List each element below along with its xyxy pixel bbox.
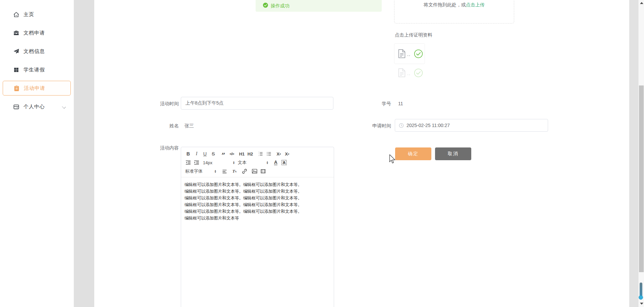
- image-icon[interactable]: [251, 168, 258, 175]
- chevron-down-icon: [62, 105, 66, 109]
- activity-content-label: 活动内容: [139, 145, 179, 151]
- activity-time-input[interactable]: 上午8点到下午5点: [181, 97, 333, 110]
- sidebar-item-activity-apply[interactable]: 活动申请: [3, 81, 71, 96]
- upload-dropzone[interactable]: 将文件拖到此处，或点击上传: [394, 0, 514, 23]
- scroll-down-arrow-icon[interactable]: [640, 303, 643, 305]
- student-id-value: 11: [398, 101, 403, 106]
- sidebar-item-home[interactable]: 主页: [0, 8, 74, 21]
- confirm-button[interactable]: 确定: [395, 147, 431, 160]
- editor-content[interactable]: 编辑框可以添加图片和文本等。编辑框可以添加图片和文本等。编辑框可以添加图片和文本…: [181, 177, 334, 226]
- sidebar-item-student-leave[interactable]: 学生请假: [0, 63, 74, 76]
- document-icon: [397, 68, 406, 79]
- font-size-value: 14px: [203, 160, 212, 165]
- apply-time-value: 2025-02-25 11:00:27: [404, 123, 450, 128]
- upload-success-icon: [414, 49, 423, 60]
- success-check-icon: [263, 3, 268, 9]
- highlight-button[interactable]: A: [280, 159, 288, 166]
- document-icon: [397, 49, 406, 60]
- mouse-cursor: [389, 155, 395, 166]
- home-icon: [13, 11, 19, 18]
- student-id-label: 学号: [351, 101, 391, 107]
- code-icon[interactable]: </>: [228, 150, 235, 158]
- sidebar-item-label: 个人中心: [23, 104, 45, 110]
- stepper-arrows-icon: ▴▾: [215, 170, 216, 173]
- name-label: 姓名: [139, 123, 179, 129]
- underline-button[interactable]: U: [201, 150, 209, 158]
- activity-time-label: 活动时间: [139, 101, 179, 107]
- clear-format-button[interactable]: Tx: [231, 168, 238, 175]
- vertical-scrollbar[interactable]: [638, 0, 644, 307]
- sidebar-item-label: 学生请假: [23, 67, 45, 73]
- line-height-icon[interactable]: [221, 168, 228, 175]
- sidebar-item-label: 主页: [23, 11, 34, 18]
- blue-slider-widget[interactable]: [639, 283, 643, 302]
- rich-text-editor: B I U S ” </> H1 H2 X2 X2: [181, 147, 334, 307]
- stepper-arrows-icon: ▴▾: [233, 161, 234, 164]
- uploaded-file-item[interactable]: ..: [394, 64, 425, 83]
- indent-icon[interactable]: [193, 159, 200, 166]
- ordered-list-icon[interactable]: [257, 150, 264, 158]
- briefcase-icon: [13, 29, 19, 36]
- font-family-select[interactable]: 标准字体 ▴▾: [185, 168, 216, 175]
- sidebar-item-doc-apply[interactable]: 文档申请: [0, 26, 74, 40]
- subscript-button[interactable]: X2: [275, 150, 282, 158]
- scroll-up-arrow-icon[interactable]: [640, 2, 643, 4]
- wallet-icon: [13, 103, 19, 110]
- file-name: ..: [407, 71, 411, 76]
- slider-knob[interactable]: [639, 295, 643, 300]
- dropzone-hint: 将文件拖到此处，或点击上传: [394, 2, 514, 8]
- editor-text: 编辑框可以添加图片和文本等。编辑框可以添加图片和文本等。编辑框可以添加图片和文本…: [184, 181, 303, 222]
- bold-button[interactable]: B: [184, 150, 192, 158]
- sidebar: 主页 文档申请 文档信息 学生请假 活动申请: [0, 0, 74, 307]
- send-icon: [13, 48, 19, 55]
- video-icon[interactable]: [259, 168, 267, 175]
- blockquote-icon[interactable]: ”: [220, 150, 227, 158]
- sidebar-item-personal-center[interactable]: 个人中心: [0, 100, 74, 113]
- success-alert: 操作成功: [256, 0, 382, 12]
- page-gutter: [629, 0, 638, 307]
- apply-time-input[interactable]: 2025-02-25 11:00:27: [395, 119, 548, 132]
- grid-icon: [13, 66, 19, 73]
- unordered-list-icon[interactable]: [265, 150, 272, 158]
- name-value: 张三: [184, 123, 194, 129]
- sidebar-item-label: 文档信息: [23, 48, 45, 55]
- app-root: 主页 文档申请 文档信息 学生请假 活动申请: [0, 0, 644, 307]
- clock-icon: [395, 123, 404, 128]
- alert-message: 操作成功: [271, 3, 289, 9]
- text-type-value: 文本: [238, 160, 247, 166]
- uploaded-file-item[interactable]: ..: [394, 43, 425, 64]
- heading2-button[interactable]: H2: [247, 150, 254, 158]
- dropzone-hint-text: 将文件拖到此处，或: [424, 2, 466, 7]
- superscript-button[interactable]: X2: [283, 150, 291, 158]
- outdent-icon[interactable]: [184, 159, 192, 166]
- file-name: ..: [407, 52, 411, 57]
- clipboard-icon: [13, 85, 20, 91]
- upload-success-icon: [414, 68, 423, 79]
- sidebar-item-label: 文档申请: [23, 30, 45, 36]
- sidebar-item-label: 活动申请: [24, 85, 45, 91]
- font-family-value: 标准字体: [185, 168, 203, 174]
- scrollbar-thumb[interactable]: [639, 85, 644, 272]
- text-type-select[interactable]: 文本 ▴▾: [238, 159, 268, 166]
- stepper-arrows-icon: ▴▾: [267, 161, 268, 164]
- strikethrough-button[interactable]: S: [210, 150, 217, 158]
- apply-time-label: 申请时间: [351, 123, 391, 129]
- main-content: 操作成功 将文件拖到此处，或点击上传 点击上传证明资料 .. ..: [94, 0, 629, 307]
- link-icon[interactable]: [241, 168, 248, 175]
- upload-section-label: 点击上传证明资料: [395, 32, 432, 38]
- heading1-button[interactable]: H1: [238, 150, 246, 158]
- sidebar-item-doc-info[interactable]: 文档信息: [0, 45, 74, 58]
- activity-time-value: 上午8点到下午5点: [181, 100, 224, 106]
- font-size-select[interactable]: 14px ▴▾: [203, 159, 234, 166]
- font-color-button[interactable]: A: [272, 159, 279, 166]
- editor-toolbar: B I U S ” </> H1 H2 X2 X2: [181, 147, 334, 177]
- cancel-button[interactable]: 取消: [435, 147, 471, 160]
- italic-button[interactable]: I: [193, 150, 200, 158]
- upload-link[interactable]: 点击上传: [466, 2, 485, 7]
